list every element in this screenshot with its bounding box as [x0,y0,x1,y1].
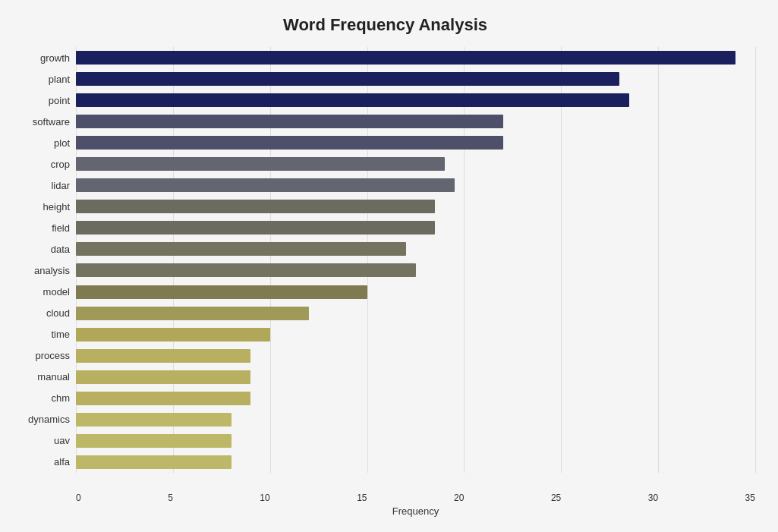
y-label: cloud [15,308,70,318]
bar [76,136,503,150]
y-label: point [15,96,70,105]
grid-line [464,47,465,473]
bar [76,242,406,256]
y-label: alfa [15,457,70,467]
y-label: model [15,287,70,297]
bar-row [76,219,755,236]
bar-row [76,71,755,87]
bar [76,115,503,128]
bar-row [76,284,755,301]
x-tick: 25 [551,493,561,503]
bar-row [76,411,755,428]
grid-lines [76,47,755,473]
grid-line [561,47,562,473]
y-label: field [15,223,70,233]
y-label: growth [15,53,70,63]
bar-row [76,369,755,386]
bar-row [76,433,755,449]
grid-line [367,47,368,473]
x-tick: 20 [454,493,464,503]
grid-line [755,47,756,473]
bar [76,200,435,213]
y-label: crop [15,159,70,169]
y-label: plot [15,138,70,148]
bar-row [76,326,755,343]
bar-row [76,348,755,364]
x-tick: 15 [357,493,367,503]
x-tick: 30 [648,493,658,503]
bar-row [76,156,755,172]
bar-row [76,262,755,279]
x-axis-label: Frequency [392,505,439,517]
bar-row [76,92,755,109]
chart-area: growthplantpointsoftwareplotcroplidarhei… [15,47,755,473]
bar-row [76,177,755,194]
grid-line [658,47,659,473]
bar [76,178,455,192]
y-label: process [15,351,70,360]
y-axis: growthplantpointsoftwareplotcroplidarhei… [15,47,76,473]
bar-row [76,390,755,407]
bar-row [76,49,755,66]
x-axis: 05101520253035 [76,493,755,503]
bar-row [76,454,755,471]
y-label: analysis [15,266,70,275]
y-label: time [15,329,70,339]
bar [76,285,367,299]
bar [76,93,629,107]
bar [76,370,250,384]
bar [76,434,232,448]
grid-line [76,47,77,473]
bar [76,392,250,405]
bar [76,307,309,320]
x-tick: 35 [745,493,755,503]
bar [76,72,619,86]
bar [76,349,250,363]
y-label: data [15,244,70,254]
bar [76,51,735,65]
y-label: height [15,202,70,212]
bar-row [76,241,755,257]
y-label: manual [15,372,70,382]
bars-and-grid: 05101520253035Frequency [76,47,755,473]
bar-row [76,305,755,322]
y-label: lidar [15,181,70,190]
y-label: plant [15,74,70,84]
bar [76,157,445,171]
y-label: uav [15,436,70,445]
x-tick: 5 [168,493,173,503]
chart-title: Word Frequency Analysis [15,15,755,35]
grid-line [173,47,174,473]
bar [76,455,232,469]
bar-row [76,134,755,151]
x-tick: 10 [260,493,269,503]
y-label: software [15,117,70,127]
bar-row [76,198,755,215]
bar [76,221,435,235]
x-tick: 0 [76,493,81,503]
y-label: dynamics [15,414,70,424]
y-label: chm [15,393,70,403]
bar-row [76,113,755,130]
grid-line [270,47,271,473]
bar [76,413,232,427]
bar [76,263,416,277]
chart-container: Word Frequency Analysis growthplantpoint… [0,0,778,532]
bar [76,328,270,342]
